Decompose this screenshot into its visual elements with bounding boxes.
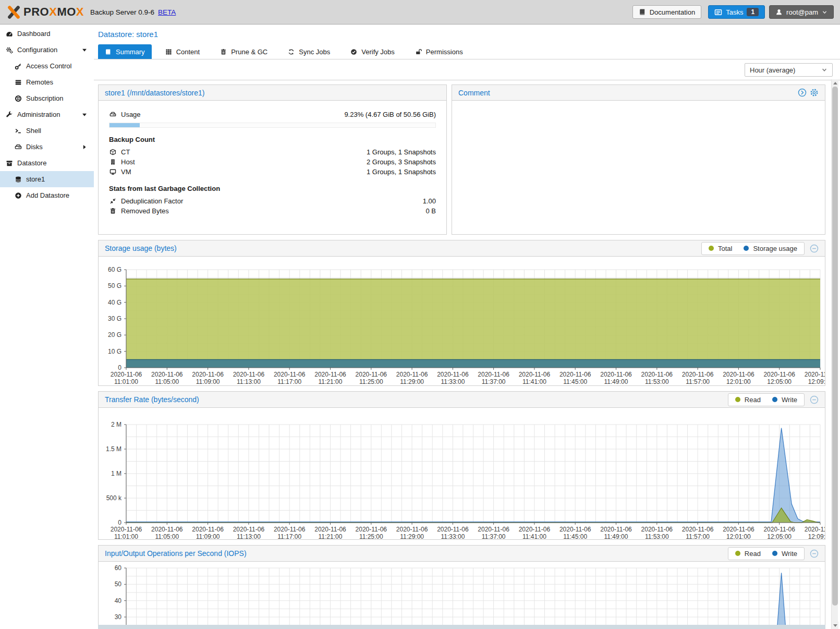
storage-usage-chart-panel: Storage usage (bytes) Total Storage usag… <box>98 240 825 386</box>
iops-chart: 30405060 <box>99 562 825 629</box>
tab-verify-jobs[interactable]: Verify Jobs <box>344 44 401 59</box>
sidebar-item-access-control[interactable]: Access Control <box>0 58 94 74</box>
row-label: Removed Bytes <box>121 207 169 215</box>
beta-link[interactable]: BETA <box>158 8 176 16</box>
svg-text:11:29:00: 11:29:00 <box>400 378 424 385</box>
sidebar-item-dashboard[interactable]: Dashboard <box>0 26 94 42</box>
viewport-bottom-strip <box>98 625 825 629</box>
time-range-select[interactable]: Hour (average) <box>745 63 833 77</box>
sidebar-item-add-datastore[interactable]: Add Datastore <box>0 187 94 203</box>
storage-usage-chart: 010 G20 G30 G40 G50 G60 G2020-11-0611:01… <box>99 257 825 385</box>
svg-text:11:41:00: 11:41:00 <box>522 533 546 539</box>
tab-content[interactable]: Content <box>159 44 207 59</box>
svg-text:12:05:00: 12:05:00 <box>767 533 792 539</box>
legend-label: Read <box>745 550 761 558</box>
server-list-icon <box>14 79 22 86</box>
expand-tools-icon[interactable] <box>798 88 807 97</box>
svg-text:11:09:00: 11:09:00 <box>196 533 220 539</box>
svg-text:2020-11-06: 2020-11-06 <box>233 526 265 533</box>
sidebar-item-datastore[interactable]: Datastore <box>0 155 94 171</box>
comment-body[interactable] <box>452 101 825 235</box>
tab-permissions[interactable]: Permissions <box>408 44 470 59</box>
svg-text:2020-11-06: 2020-11-06 <box>396 371 428 378</box>
svg-text:2020-11-06: 2020-11-06 <box>805 526 825 533</box>
row-label: CT <box>121 148 130 156</box>
row-value: 0 B <box>425 207 436 215</box>
scroll-down-arrow[interactable] <box>832 622 838 629</box>
expander-right-icon[interactable] <box>80 143 88 151</box>
database-icon <box>14 176 22 183</box>
sidebar-item-label: Configuration <box>17 46 57 54</box>
scrollbar-thumb[interactable] <box>832 87 838 606</box>
legend-label: Read <box>745 396 761 404</box>
expander-down-icon[interactable] <box>80 111 88 118</box>
grid-icon <box>165 49 172 55</box>
documentation-button[interactable]: Documentation <box>632 5 701 19</box>
svg-text:2020-11-06: 2020-11-06 <box>111 526 142 533</box>
sidebar-item-subscription[interactable]: Subscription <box>0 90 94 106</box>
sidebar-item-store1[interactable]: store1 <box>0 171 94 187</box>
svg-text:2020-11-06: 2020-11-06 <box>356 526 387 533</box>
collapse-panel-icon[interactable] <box>810 244 819 253</box>
svg-text:11:53:00: 11:53:00 <box>645 533 669 539</box>
product-version: Backup Server 0.9-6 <box>90 8 154 16</box>
datastore-summary-title: store1 (/mnt/datastores/store1) <box>99 85 446 101</box>
svg-text:11:49:00: 11:49:00 <box>604 378 628 385</box>
svg-text:2020-11-06: 2020-11-06 <box>111 371 142 378</box>
gc-stats-row: Removed Bytes 0 B <box>109 206 436 216</box>
svg-text:2020-11-06: 2020-11-06 <box>641 371 673 378</box>
usage-row: Usage 9.23% (4.67 GiB of 50.56 GiB) <box>109 110 436 119</box>
compress-icon <box>109 198 116 204</box>
svg-text:2020-11-06: 2020-11-06 <box>559 526 591 533</box>
svg-text:12:09:00: 12:09:00 <box>808 378 825 385</box>
svg-text:11:37:00: 11:37:00 <box>482 378 506 385</box>
unlock-icon <box>415 49 422 55</box>
svg-text:1.5 M: 1.5 M <box>106 445 121 453</box>
tab-sync-jobs[interactable]: Sync Jobs <box>281 44 337 59</box>
sidebar-item-remotes[interactable]: Remotes <box>0 74 94 90</box>
vertical-scrollbar[interactable] <box>831 79 838 629</box>
svg-text:2020-11-06: 2020-11-06 <box>519 371 551 378</box>
legend-item-write[interactable]: Write <box>772 396 797 404</box>
legend-item-write[interactable]: Write <box>772 550 797 558</box>
collapse-panel-icon[interactable] <box>810 549 819 558</box>
collapse-panel-icon[interactable] <box>810 395 819 404</box>
tab-label: Sync Jobs <box>299 48 330 56</box>
svg-text:2020-11-06: 2020-11-06 <box>805 371 825 378</box>
tab-bar: SummaryContentPrune & GCSync JobsVerify … <box>94 45 840 59</box>
sidebar-item-disks[interactable]: Disks <box>0 139 94 155</box>
tab-summary[interactable]: Summary <box>98 44 152 59</box>
legend-item-total[interactable]: Total <box>709 245 732 252</box>
tasks-label: Tasks <box>726 8 743 16</box>
display-icon <box>109 168 116 175</box>
svg-text:0: 0 <box>118 519 121 526</box>
scroll-up-arrow[interactable] <box>832 79 838 87</box>
legend-item-read[interactable]: Read <box>735 550 761 558</box>
expander-down-icon[interactable] <box>80 46 88 54</box>
svg-text:50: 50 <box>115 580 122 588</box>
tasks-button[interactable]: Tasks 1 <box>708 5 765 19</box>
tab-prune-gc[interactable]: Prune & GC <box>213 44 274 59</box>
svg-text:11:25:00: 11:25:00 <box>359 533 383 539</box>
svg-text:1 M: 1 M <box>111 470 121 477</box>
svg-text:12:09:00: 12:09:00 <box>808 533 825 539</box>
svg-text:11:25:00: 11:25:00 <box>359 378 383 385</box>
legend-item-read[interactable]: Read <box>735 396 761 404</box>
sidebar-item-configuration[interactable]: Configuration <box>0 42 94 58</box>
legend-item-storage-usage[interactable]: Storage usage <box>744 245 797 252</box>
check-circle-icon <box>350 49 357 55</box>
settings-gear-icon[interactable] <box>810 88 819 97</box>
transfer-rate-chart: 0500 k1 M1.5 M2 M2020-11-0611:01:002020-… <box>99 408 825 539</box>
svg-text:500 k: 500 k <box>106 494 122 502</box>
sidebar-item-label: Shell <box>26 127 41 135</box>
svg-text:11:01:00: 11:01:00 <box>114 533 138 539</box>
user-icon <box>775 8 783 16</box>
sidebar-item-label: Add Datastore <box>26 191 69 199</box>
svg-text:10 G: 10 G <box>108 348 121 355</box>
building-icon <box>109 159 116 165</box>
page-title: Datastore: store1 <box>94 25 840 45</box>
user-menu-button[interactable]: root@pam <box>769 5 834 19</box>
book-icon <box>105 49 112 55</box>
sidebar-item-administration[interactable]: Administration <box>0 106 94 123</box>
sidebar-item-shell[interactable]: Shell <box>0 123 94 139</box>
